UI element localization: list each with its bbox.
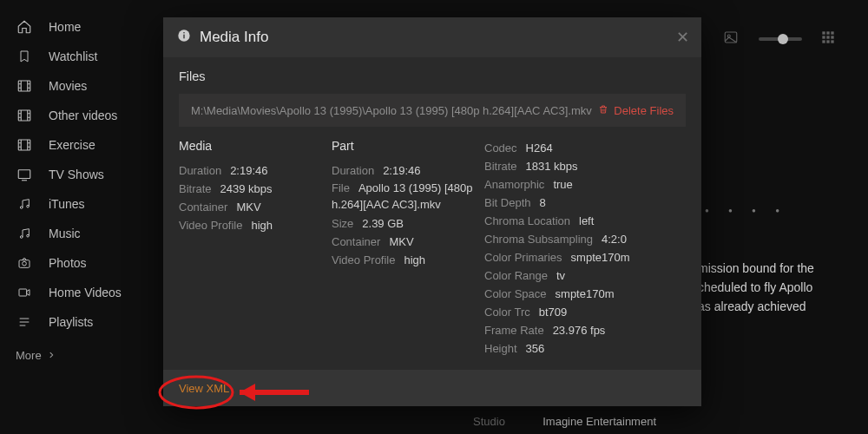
sidebar-item-home-videos[interactable]: Home Videos	[0, 278, 156, 307]
modal-header: Media Info ✕	[163, 17, 701, 57]
video-icon	[16, 284, 33, 301]
part-heading: Part	[332, 139, 479, 153]
modal-title: Media Info	[200, 29, 268, 46]
svg-rect-2	[18, 140, 30, 150]
film-icon	[16, 77, 33, 95]
file-path: M:\Media\Movies\Apollo 13 (1995)\Apollo …	[191, 104, 592, 117]
media-heading: Media	[179, 139, 326, 153]
sidebar-item-watchlist[interactable]: Watchlist	[0, 42, 156, 71]
sidebar-item-photos[interactable]: Photos	[0, 248, 156, 278]
svg-rect-14	[826, 31, 829, 34]
trash-icon	[598, 103, 608, 118]
sidebar-item-music[interactable]: Music	[0, 219, 156, 248]
sidebar-item-itunes[interactable]: iTunes	[0, 189, 156, 219]
delete-files-button[interactable]: Delete Files	[598, 103, 674, 118]
sidebar-item-home[interactable]: Home	[0, 12, 156, 42]
sidebar-item-movies[interactable]: Movies	[0, 71, 156, 101]
bookmark-icon	[16, 48, 33, 65]
sidebar-item-playlists[interactable]: Playlists	[0, 307, 156, 337]
close-button[interactable]: ✕	[676, 28, 689, 47]
grid-icon[interactable]	[821, 30, 835, 47]
sidebar-label: Photos	[49, 256, 87, 270]
modal-footer: View XML	[163, 370, 701, 406]
svg-point-9	[23, 261, 27, 266]
media-info-modal: Media Info ✕ Files M:\Media\Movies\Apoll…	[163, 17, 701, 406]
modal-body: Files M:\Media\Movies\Apollo 13 (1995)\A…	[163, 57, 701, 370]
info-icon	[177, 29, 191, 46]
svg-rect-17	[826, 36, 829, 38]
movie-description-partial: mission bound for the cheduled to fly Ap…	[698, 259, 854, 316]
svg-rect-21	[831, 40, 833, 43]
svg-rect-10	[19, 289, 27, 296]
zoom-slider[interactable]	[759, 37, 802, 41]
sidebar-label: Watchlist	[49, 49, 97, 63]
music-icon	[16, 225, 33, 242]
camera-icon	[16, 254, 33, 272]
svg-rect-20	[826, 40, 829, 43]
svg-rect-13	[822, 31, 825, 34]
studio-row: Studio Imagine Entertainment	[473, 415, 656, 428]
svg-rect-18	[831, 36, 833, 38]
view-xml-button[interactable]: View XML	[179, 382, 229, 395]
svg-point-6	[20, 236, 23, 239]
sidebar-label: Music	[49, 227, 81, 240]
sidebar-more[interactable]: More	[0, 349, 156, 362]
more-label: More	[16, 349, 42, 362]
sidebar-item-tv-shows[interactable]: TV Shows	[0, 160, 156, 189]
svg-rect-1	[18, 110, 30, 121]
film-icon	[16, 107, 33, 124]
chevron-right-icon	[47, 349, 56, 362]
film-icon	[16, 136, 33, 154]
svg-point-7	[27, 234, 30, 237]
part-column: Part Duration2:19:46 FileApollo 13 (1995…	[332, 139, 479, 358]
sidebar-label: Home	[49, 20, 81, 34]
music-icon	[16, 195, 33, 213]
sidebar-label: Exercise	[49, 138, 95, 152]
sidebar-label: Other videos	[49, 108, 117, 122]
playlist-icon	[16, 313, 33, 331]
files-heading: Files	[179, 69, 686, 83]
svg-rect-24	[183, 32, 184, 33]
svg-rect-23	[183, 35, 184, 39]
svg-rect-3	[18, 170, 30, 179]
svg-rect-16	[822, 36, 825, 38]
svg-point-5	[27, 205, 30, 207]
sidebar-label: Playlists	[49, 315, 93, 329]
image-icon[interactable]	[722, 30, 740, 48]
delete-label: Delete Files	[614, 104, 674, 117]
tv-icon	[16, 166, 33, 183]
sidebar: Home Watchlist Movies Other videos Exerc…	[0, 0, 156, 434]
pagination-dots: ● ● ● ●	[705, 207, 788, 214]
svg-point-4	[20, 207, 23, 209]
sidebar-label: Movies	[49, 79, 87, 93]
media-column: Media Duration2:19:46 Bitrate2439 kbps C…	[179, 139, 326, 358]
svg-rect-19	[822, 40, 825, 43]
file-path-row: M:\Media\Movies\Apollo 13 (1995)\Apollo …	[179, 94, 686, 127]
sidebar-item-other-videos[interactable]: Other videos	[0, 101, 156, 130]
sidebar-item-exercise[interactable]: Exercise	[0, 130, 156, 160]
stream-column: CodecH264 Bitrate1831 kbps Anamorphictru…	[484, 139, 675, 358]
svg-rect-0	[18, 81, 30, 91]
sidebar-label: Home Videos	[49, 286, 122, 299]
sidebar-label: iTunes	[49, 197, 85, 211]
home-icon	[16, 18, 33, 36]
sidebar-label: TV Shows	[49, 168, 104, 181]
svg-rect-15	[831, 31, 833, 34]
